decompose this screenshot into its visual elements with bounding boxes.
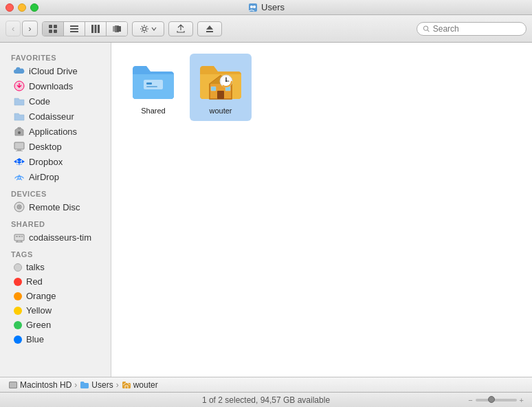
tag-dot-green bbox=[14, 321, 22, 329]
applications-icon bbox=[14, 126, 25, 137]
tag-dot-yellow bbox=[14, 307, 22, 315]
share-icon bbox=[176, 24, 186, 34]
desktop-icon bbox=[14, 141, 25, 152]
users-icon bbox=[247, 2, 258, 13]
zoom-plus[interactable]: + bbox=[520, 396, 524, 404]
breadcrumb-macintosh-hd[interactable]: Macintosh HD bbox=[8, 380, 71, 390]
breadcrumb-wouter[interactable]: wouter bbox=[122, 380, 158, 390]
back-button[interactable]: ‹ bbox=[5, 21, 21, 36]
close-button[interactable] bbox=[5, 3, 14, 12]
sidebar-item-label: AirDrop bbox=[29, 172, 59, 182]
file-item-shared[interactable]: Shared bbox=[122, 54, 184, 121]
sidebar: Favorites iCloud Drive Downloads bbox=[0, 43, 111, 377]
folder-crumb-icon bbox=[80, 381, 89, 389]
home-crumb-icon bbox=[122, 381, 131, 389]
breadcrumb-sep-2: › bbox=[116, 380, 119, 390]
zoom-track[interactable] bbox=[476, 399, 517, 402]
sidebar-item-tag-orange[interactable]: Orange bbox=[3, 289, 108, 303]
svg-rect-22 bbox=[17, 149, 21, 151]
search-input[interactable] bbox=[433, 24, 520, 34]
sidebar-item-tag-talks[interactable]: talks bbox=[3, 260, 108, 274]
svg-point-20 bbox=[18, 131, 21, 134]
view-icon-button[interactable] bbox=[43, 22, 64, 36]
svg-point-16 bbox=[142, 27, 146, 30]
sidebar-item-label: Yellow bbox=[26, 305, 52, 316]
svg-rect-9 bbox=[70, 31, 78, 32]
sidebar-item-tag-yellow[interactable]: Yellow bbox=[3, 303, 108, 318]
sidebar-item-label: iCloud Drive bbox=[29, 66, 78, 76]
sidebar-item-label: Remote Disc bbox=[29, 202, 80, 212]
sidebar-item-dropbox[interactable]: Dropbox bbox=[3, 154, 108, 169]
breadcrumb-label: Users bbox=[91, 380, 113, 390]
window-title: Users bbox=[247, 2, 285, 13]
sidebar-item-tag-green[interactable]: Green bbox=[3, 318, 108, 332]
view-cover-button[interactable] bbox=[107, 22, 127, 36]
eject-button[interactable] bbox=[197, 21, 222, 36]
svg-rect-6 bbox=[54, 30, 57, 33]
window-controls[interactable] bbox=[5, 3, 38, 12]
view-column-button[interactable] bbox=[85, 22, 107, 36]
maximize-button[interactable] bbox=[30, 3, 38, 12]
svg-rect-35 bbox=[217, 91, 224, 99]
sidebar-item-code[interactable]: Code bbox=[3, 94, 108, 109]
svg-rect-7 bbox=[70, 25, 78, 27]
sidebar-item-downloads[interactable]: Downloads bbox=[3, 78, 108, 94]
airdrop-icon bbox=[14, 171, 25, 182]
action-button[interactable] bbox=[132, 21, 164, 36]
status-bar: 1 of 2 selected, 94,57 GB available − + bbox=[0, 392, 532, 407]
breadcrumb-users[interactable]: Users bbox=[80, 380, 113, 390]
zoom-minus[interactable]: − bbox=[468, 396, 472, 404]
view-list-button[interactable] bbox=[64, 22, 85, 36]
file-item-wouter[interactable]: wouter bbox=[190, 54, 252, 121]
tag-dot-orange bbox=[14, 292, 22, 300]
sidebar-item-label: Red bbox=[26, 276, 43, 287]
svg-rect-4 bbox=[54, 25, 57, 28]
svg-rect-44 bbox=[10, 382, 16, 388]
zoom-slider[interactable]: − + bbox=[352, 396, 524, 404]
gear-icon bbox=[140, 24, 149, 34]
sidebar-item-label: Dropbox bbox=[29, 157, 63, 167]
eject-icon bbox=[205, 24, 214, 34]
hd-icon bbox=[8, 381, 18, 389]
sidebar-item-label: Downloads bbox=[29, 81, 73, 91]
svg-point-27 bbox=[19, 206, 20, 208]
forward-button[interactable]: › bbox=[22, 21, 37, 36]
home-folder-icon bbox=[199, 62, 243, 100]
sidebar-item-label: Desktop bbox=[29, 142, 62, 152]
blue-folder-icon bbox=[131, 62, 175, 100]
icloud-icon bbox=[14, 65, 25, 76]
sidebar-item-icloud-drive[interactable]: iCloud Drive bbox=[3, 63, 108, 78]
network-icon bbox=[14, 232, 25, 243]
sidebar-item-codaisseurs-tim[interactable]: codaisseurs-tim bbox=[3, 230, 108, 245]
sidebar-item-applications[interactable]: Applications bbox=[3, 124, 108, 139]
downloads-icon bbox=[14, 80, 25, 91]
svg-rect-28 bbox=[14, 234, 24, 241]
cover-view-icon bbox=[112, 24, 122, 34]
svg-point-41 bbox=[225, 80, 227, 82]
sidebar-item-tag-red[interactable]: Red bbox=[3, 274, 108, 289]
sidebar-item-codaisseur[interactable]: Codaisseur bbox=[3, 109, 108, 124]
title-bar: Users bbox=[0, 0, 532, 15]
sidebar-item-tag-blue[interactable]: Blue bbox=[3, 332, 108, 346]
dropbox-icon bbox=[14, 156, 25, 167]
svg-rect-21 bbox=[14, 142, 24, 149]
minimize-button[interactable] bbox=[18, 3, 26, 12]
toolbar: ‹ › bbox=[0, 15, 532, 43]
breadcrumb-sep-1: › bbox=[74, 380, 77, 390]
search-bar[interactable] bbox=[417, 22, 527, 36]
view-toggle[interactable] bbox=[42, 21, 128, 36]
svg-rect-8 bbox=[70, 28, 78, 30]
status-info-text: 1 of 2 selected, 94,57 GB available bbox=[180, 395, 352, 405]
file-label-wouter: wouter bbox=[209, 106, 232, 116]
icon-view-icon bbox=[48, 24, 58, 34]
sidebar-item-remote-disc[interactable]: Remote Disc bbox=[3, 199, 108, 214]
share-button[interactable] bbox=[168, 21, 193, 36]
nav-buttons[interactable]: ‹ › bbox=[5, 21, 38, 36]
zoom-thumb[interactable] bbox=[488, 396, 495, 403]
sidebar-item-label: Orange bbox=[26, 291, 56, 301]
chevron-down-icon bbox=[151, 26, 157, 32]
sidebar-item-airdrop[interactable]: AirDrop bbox=[3, 169, 108, 184]
sidebar-item-desktop[interactable]: Desktop bbox=[3, 139, 108, 154]
svg-rect-30 bbox=[19, 236, 21, 237]
disc-icon bbox=[14, 201, 25, 212]
